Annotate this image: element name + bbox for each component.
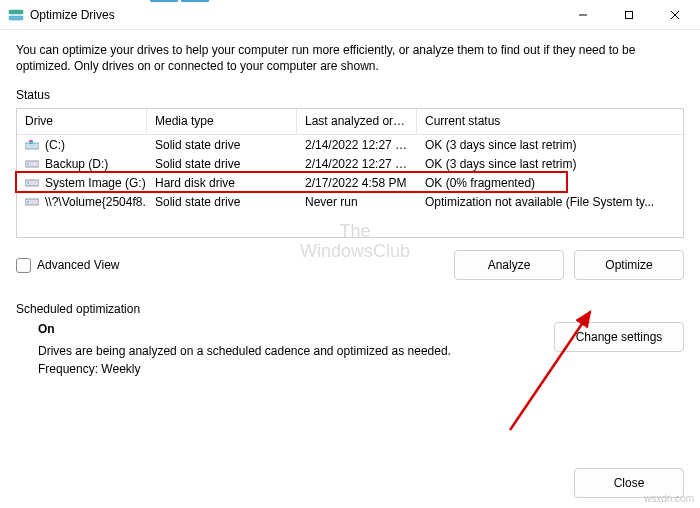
- drive-name: Backup (D:): [45, 157, 108, 171]
- table-header: Drive Media type Last analyzed or o... C…: [17, 109, 683, 135]
- svg-point-10: [27, 163, 29, 165]
- svg-point-14: [27, 201, 29, 203]
- current-status: Optimization not available (File System …: [417, 195, 683, 209]
- table-row[interactable]: Backup (D:) Solid state drive 2/14/2022 …: [17, 154, 683, 173]
- col-last[interactable]: Last analyzed or o...: [297, 109, 417, 134]
- os-drive-icon: [25, 140, 39, 150]
- background-tab-stubs: [150, 0, 209, 2]
- last-analyzed: 2/14/2022 12:27 PM: [297, 157, 417, 171]
- hdd-icon: [25, 197, 39, 207]
- current-status: OK (3 days since last retrim): [417, 157, 683, 171]
- maximize-button[interactable]: [606, 0, 652, 30]
- optimize-button[interactable]: Optimize: [574, 250, 684, 280]
- last-analyzed: 2/17/2022 4:58 PM: [297, 176, 417, 190]
- current-status: OK (3 days since last retrim): [417, 138, 683, 152]
- drive-name: (C:): [45, 138, 65, 152]
- intro-text: You can optimize your drives to help you…: [16, 42, 684, 74]
- advanced-view-label: Advanced View: [37, 258, 120, 272]
- close-button[interactable]: [652, 0, 698, 30]
- media-type: Solid state drive: [147, 138, 297, 152]
- scheduled-optimization-label: Scheduled optimization: [16, 302, 684, 316]
- media-type: Hard disk drive: [147, 176, 297, 190]
- hdd-icon: [25, 178, 39, 188]
- app-icon: [8, 7, 24, 23]
- col-drive[interactable]: Drive: [17, 109, 147, 134]
- col-status[interactable]: Current status: [417, 109, 683, 134]
- hdd-icon: [25, 159, 39, 169]
- svg-rect-3: [626, 11, 633, 18]
- drive-name: System Image (G:): [45, 176, 146, 190]
- table-row[interactable]: (C:) Solid state drive 2/14/2022 12:27 P…: [17, 135, 683, 154]
- drives-table: Drive Media type Last analyzed or o... C…: [16, 108, 684, 238]
- checkbox-box: [16, 258, 31, 273]
- table-row[interactable]: \\?\Volume{2504f8... Solid state drive N…: [17, 192, 683, 211]
- current-status: OK (0% fragmented): [417, 176, 683, 190]
- table-row[interactable]: System Image (G:) Hard disk drive 2/17/2…: [17, 173, 683, 192]
- window-title: Optimize Drives: [30, 8, 115, 22]
- media-type: Solid state drive: [147, 195, 297, 209]
- credit-text: wsxdn.com: [644, 493, 694, 504]
- last-analyzed: 2/14/2022 12:27 PM: [297, 138, 417, 152]
- svg-point-12: [27, 182, 29, 184]
- svg-rect-8: [30, 140, 32, 142]
- advanced-view-checkbox[interactable]: Advanced View: [16, 258, 120, 273]
- minimize-button[interactable]: [560, 0, 606, 30]
- status-label: Status: [16, 88, 684, 102]
- drive-name: \\?\Volume{2504f8...: [45, 195, 147, 209]
- scheduled-frequency: Frequency: Weekly: [38, 360, 684, 378]
- media-type: Solid state drive: [147, 157, 297, 171]
- col-media[interactable]: Media type: [147, 109, 297, 134]
- svg-rect-1: [9, 16, 23, 20]
- analyze-button[interactable]: Analyze: [454, 250, 564, 280]
- change-settings-button[interactable]: Change settings: [554, 322, 684, 352]
- svg-rect-0: [9, 10, 23, 14]
- titlebar: Optimize Drives: [0, 0, 700, 30]
- last-analyzed: Never run: [297, 195, 417, 209]
